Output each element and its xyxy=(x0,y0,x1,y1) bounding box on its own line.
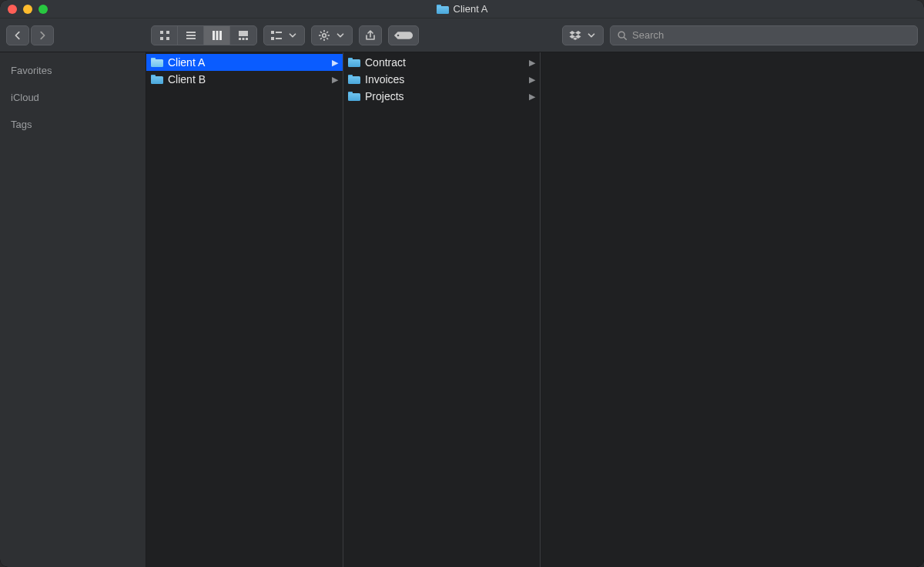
folder-row[interactable]: Projects ▶ xyxy=(343,88,540,105)
svg-rect-12 xyxy=(243,38,245,40)
window-title: Client A xyxy=(454,3,488,15)
folder-icon xyxy=(437,5,449,14)
folder-icon xyxy=(348,92,360,101)
folder-name: Client A xyxy=(168,56,205,69)
title-center: Client A xyxy=(437,3,488,15)
svg-rect-9 xyxy=(219,31,222,40)
group-by-dropdown[interactable] xyxy=(263,25,305,45)
edit-tags-button[interactable] xyxy=(388,25,419,45)
svg-line-25 xyxy=(320,38,322,39)
chevron-right-icon: ▶ xyxy=(529,75,535,85)
svg-rect-3 xyxy=(166,37,169,40)
svg-rect-2 xyxy=(160,37,163,40)
svg-rect-5 xyxy=(186,35,196,36)
svg-rect-17 xyxy=(276,38,282,39)
column-2 xyxy=(541,52,924,567)
sidebar-section-label: Tags xyxy=(11,119,32,130)
svg-rect-6 xyxy=(186,38,196,39)
sidebar-section-label: iCloud xyxy=(11,92,39,103)
folder-row[interactable]: Contract ▶ xyxy=(343,54,540,71)
search-icon xyxy=(617,30,628,41)
action-dropdown[interactable] xyxy=(311,25,353,45)
column-0: Client A ▶ Client B ▶ xyxy=(146,52,343,567)
tag-icon xyxy=(393,30,413,41)
window-body: Favorites iCloud Tags Client A ▶ Client … xyxy=(0,52,924,567)
list-view-icon xyxy=(185,29,197,42)
share-icon xyxy=(364,29,377,42)
svg-rect-16 xyxy=(276,32,282,33)
chevron-right-icon: ▶ xyxy=(529,92,535,102)
svg-rect-0 xyxy=(160,31,163,34)
column-view-icon xyxy=(211,29,223,42)
chevron-right-icon: ▶ xyxy=(529,58,535,68)
svg-rect-10 xyxy=(239,31,248,36)
folder-name: Invoices xyxy=(365,73,404,86)
svg-marker-32 xyxy=(573,37,578,40)
column-browser: Client A ▶ Client B ▶ Contract ▶ xyxy=(146,52,924,567)
folder-name: Projects xyxy=(365,90,404,102)
window-close-button[interactable] xyxy=(8,5,17,14)
chevron-right-icon: ▶ xyxy=(332,58,338,68)
svg-rect-15 xyxy=(271,37,274,40)
svg-line-34 xyxy=(624,37,626,39)
svg-rect-11 xyxy=(239,38,241,40)
folder-name: Client B xyxy=(168,73,206,86)
folder-row[interactable]: Client B ▶ xyxy=(146,71,343,88)
chevron-down-icon xyxy=(586,30,597,41)
folder-row[interactable]: Client A ▶ xyxy=(146,54,343,71)
folder-icon xyxy=(348,58,360,67)
title-bar: Client A xyxy=(0,0,924,18)
view-list-button[interactable] xyxy=(178,26,204,45)
sidebar-section-icloud[interactable]: iCloud xyxy=(11,92,135,103)
chevron-right-icon xyxy=(37,30,48,41)
chevron-down-icon xyxy=(287,30,298,41)
sidebar-section-favorites[interactable]: Favorites xyxy=(11,65,135,76)
share-button[interactable] xyxy=(359,25,382,45)
traffic-lights xyxy=(8,5,48,14)
svg-point-27 xyxy=(397,34,400,36)
svg-rect-8 xyxy=(216,31,218,40)
chevron-left-icon xyxy=(12,30,23,41)
view-gallery-button[interactable] xyxy=(230,26,256,45)
svg-line-23 xyxy=(320,32,322,33)
svg-rect-7 xyxy=(213,31,215,40)
view-mode-segmented xyxy=(151,25,257,45)
dropbox-icon xyxy=(569,29,581,42)
back-button[interactable] xyxy=(6,25,29,45)
folder-icon xyxy=(151,58,163,67)
chevron-down-icon xyxy=(335,30,346,41)
svg-marker-29 xyxy=(575,31,581,35)
window-minimize-button[interactable] xyxy=(23,5,32,14)
folder-row[interactable]: Invoices ▶ xyxy=(343,71,540,88)
nav-group xyxy=(6,25,54,45)
icon-view-icon xyxy=(159,29,171,42)
view-column-button[interactable] xyxy=(204,26,230,45)
svg-rect-4 xyxy=(186,32,196,33)
chevron-right-icon: ▶ xyxy=(332,75,338,85)
dropbox-dropdown[interactable] xyxy=(562,25,604,45)
svg-rect-1 xyxy=(166,31,169,34)
search-field-wrap[interactable] xyxy=(610,25,918,45)
svg-marker-28 xyxy=(570,31,576,35)
svg-point-18 xyxy=(323,33,326,37)
folder-icon xyxy=(348,75,360,84)
column-1: Contract ▶ Invoices ▶ Projects ▶ xyxy=(343,52,541,567)
svg-line-26 xyxy=(326,32,328,33)
search-input[interactable] xyxy=(632,29,911,41)
folder-icon xyxy=(151,75,163,84)
finder-window: Client A xyxy=(0,0,924,567)
group-icon xyxy=(270,29,283,42)
window-zoom-button[interactable] xyxy=(38,5,48,14)
sidebar: Favorites iCloud Tags xyxy=(0,52,146,567)
folder-name: Contract xyxy=(365,56,406,69)
svg-rect-13 xyxy=(246,38,248,40)
svg-line-24 xyxy=(326,38,328,39)
gear-icon xyxy=(318,29,330,42)
view-icon-button[interactable] xyxy=(152,26,178,45)
toolbar xyxy=(0,18,924,52)
svg-rect-14 xyxy=(271,31,274,34)
sidebar-section-tags[interactable]: Tags xyxy=(11,119,135,130)
gallery-view-icon xyxy=(237,29,249,42)
sidebar-section-label: Favorites xyxy=(11,65,52,76)
forward-button[interactable] xyxy=(31,25,54,45)
